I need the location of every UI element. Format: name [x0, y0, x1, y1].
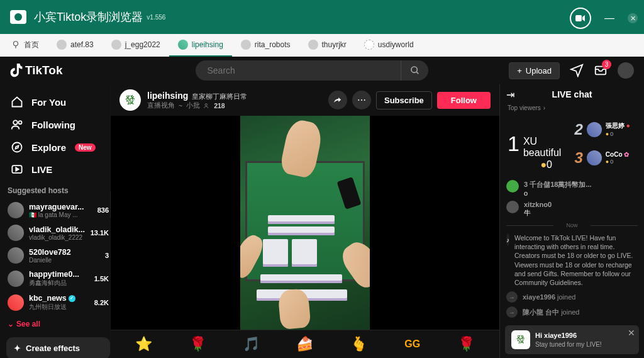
verified-icon: ✓: [69, 295, 75, 302]
now-divider: Now: [506, 222, 638, 228]
nav-live[interactable]: LIVE: [6, 159, 110, 180]
tab-home[interactable]: 首页: [3, 34, 48, 57]
msg-text: 牛: [524, 209, 531, 216]
tab-rita[interactable]: rita_robots: [232, 34, 299, 57]
svg-rect-0: [575, 15, 582, 21]
messages-icon[interactable]: [570, 64, 584, 77]
user-avatar[interactable]: [506, 201, 519, 213]
tab-avatar-icon: [57, 40, 67, 50]
gift-bar: ⭐ 🌹 🎵 🍰 🫰 GG 🌹: [111, 330, 499, 358]
host-item[interactable]: kbc_news✓九州朝日放送8.2K: [6, 291, 110, 315]
upload-button[interactable]: +Upload: [509, 62, 560, 79]
host-avatar: [8, 225, 24, 241]
nav-for-you[interactable]: For You: [6, 91, 110, 113]
streamer-avatar[interactable]: 發: [119, 89, 141, 111]
nav-following[interactable]: Following: [6, 113, 110, 136]
pinned-message[interactable]: 發 Hi xiaye1996Stay tuned for my LIVE! ✕: [505, 325, 639, 354]
tiktok-logo[interactable]: TikTok: [10, 64, 62, 77]
record-button[interactable]: [570, 8, 591, 29]
search-button[interactable]: [401, 60, 428, 81]
host-item[interactable]: happytime0...勇鑫海鲜肉品1.5K: [6, 267, 110, 291]
app-title: 小宾Tiktok录制浏览器: [34, 9, 143, 25]
svg-point-5: [13, 120, 18, 125]
gift-cake[interactable]: 🍰: [295, 334, 315, 354]
upload-label: Upload: [526, 66, 552, 76]
host-name: vladik_oladik...: [29, 225, 86, 234]
tiktok-topnav: TikTok +Upload 3: [0, 57, 644, 84]
msg-user: xitzkno0: [524, 201, 552, 208]
inbox-badge: 3: [602, 60, 611, 69]
host-sub: vladik_oladik_2222: [29, 234, 86, 241]
host-avatar: [8, 202, 24, 218]
join-user: 陳小龍 台中: [523, 308, 559, 316]
streamer-username[interactable]: lipeihsing: [147, 91, 188, 101]
svg-point-6: [19, 121, 22, 124]
host-count: 13.1K: [91, 229, 109, 237]
tab-label: rita_robots: [255, 40, 291, 49]
rank-name: XU beautiful: [523, 136, 570, 159]
gift-rose2[interactable]: 🌹: [456, 334, 476, 354]
tab-thuyrjkr[interactable]: thuyrjkr: [299, 34, 355, 57]
host-count: 8.2K: [94, 299, 109, 306]
pinned-line1: Hi xiaye1996: [535, 331, 602, 340]
gift-star[interactable]: ⭐: [134, 334, 154, 354]
inbox-icon[interactable]: 3: [594, 64, 608, 77]
gift-heart[interactable]: 🫰: [348, 334, 369, 354]
minimize-button[interactable]: —: [605, 14, 614, 23]
profile-avatar[interactable]: [618, 62, 634, 79]
system-message: ♪Welcome to TikTok LIVE! Have fun intera…: [506, 231, 638, 289]
rank-number: 2: [575, 121, 583, 138]
create-effects-button[interactable]: ✦Create effects: [6, 337, 110, 358]
stream-title: 皇家柳丁麻將日常: [192, 92, 247, 100]
gift-note[interactable]: 🎵: [242, 334, 262, 354]
nav-label: For You: [31, 97, 66, 108]
host-item[interactable]: mayraguevar...🇲🇽 la gata May ...836: [6, 199, 110, 221]
people-icon: [10, 118, 24, 131]
host-item[interactable]: vladik_oladik...vladik_oladik_222213.1K: [6, 221, 110, 244]
chevron-down-icon: ⌄: [8, 320, 14, 328]
rank-avatar[interactable]: [587, 122, 602, 137]
live-video[interactable]: [240, 116, 370, 330]
live-chat-panel: ⇥ LIVE chat Top viewers› 1 XU beautiful●…: [499, 84, 644, 358]
more-button[interactable]: ⋯: [352, 91, 371, 109]
nav-explore[interactable]: ExploreNew: [6, 136, 110, 159]
host-sub: 🇲🇽 la gata May ...: [29, 211, 92, 218]
join-suffix: joined: [557, 293, 575, 301]
gift-gg[interactable]: GG: [402, 334, 423, 354]
left-sidebar: For You Following ExploreNew LIVE Sugges…: [0, 84, 111, 358]
plus-icon: +: [517, 66, 522, 76]
host-item[interactable]: 520love782Danielle3: [6, 244, 110, 267]
app-titlebar: 小宾Tiktok录制浏览器 v1.556 — ✕: [0, 0, 644, 34]
svg-point-7: [13, 143, 22, 152]
tab-label: atef.83: [70, 40, 94, 49]
tab-atef[interactable]: atef.83: [48, 34, 103, 57]
close-button[interactable]: ✕: [628, 13, 638, 23]
brand-text: TikTok: [25, 64, 62, 77]
see-all-link[interactable]: ⌄See all: [6, 315, 110, 333]
rank-avatar[interactable]: [537, 116, 556, 135]
browser-tabs: 首页 atef.83 j_egg2022 lipeihsing rita_rob…: [0, 34, 644, 57]
top-viewers-link[interactable]: Top viewers›: [500, 104, 644, 115]
tab-usdiy[interactable]: usdiyworld: [355, 34, 423, 57]
stream-tag1: 直播视角: [147, 101, 175, 110]
user-avatar[interactable]: [506, 180, 519, 193]
tab-avatar-icon: [111, 40, 121, 50]
close-icon[interactable]: ✕: [628, 328, 635, 338]
chat-message: 3 千台儲18萬抖幣加...o: [506, 178, 638, 199]
subscribe-button[interactable]: Subscribe: [376, 91, 432, 109]
tab-lipeihsing[interactable]: lipeihsing: [169, 34, 232, 57]
follow-button[interactable]: Follow: [437, 92, 491, 109]
tab-jegg[interactable]: j_egg2022: [103, 34, 169, 57]
stream-area: ‹ 發 lipeihsing皇家柳丁麻將日常 直播视角~小批218 ⋯ Subs…: [111, 84, 499, 358]
share-button[interactable]: [328, 91, 347, 109]
video-container: [111, 116, 499, 330]
rank-number: 3: [575, 149, 583, 167]
gift-rose[interactable]: 🌹: [187, 334, 208, 354]
rank-coin: 0: [610, 131, 613, 137]
search-input[interactable]: [196, 65, 401, 76]
rank-number: 1: [508, 131, 519, 156]
chat-collapse-icon[interactable]: ⇥: [506, 89, 514, 101]
tab-label: thuyrjkr: [322, 40, 347, 49]
tab-avatar-icon: [178, 40, 188, 50]
rank-avatar[interactable]: [587, 150, 602, 165]
